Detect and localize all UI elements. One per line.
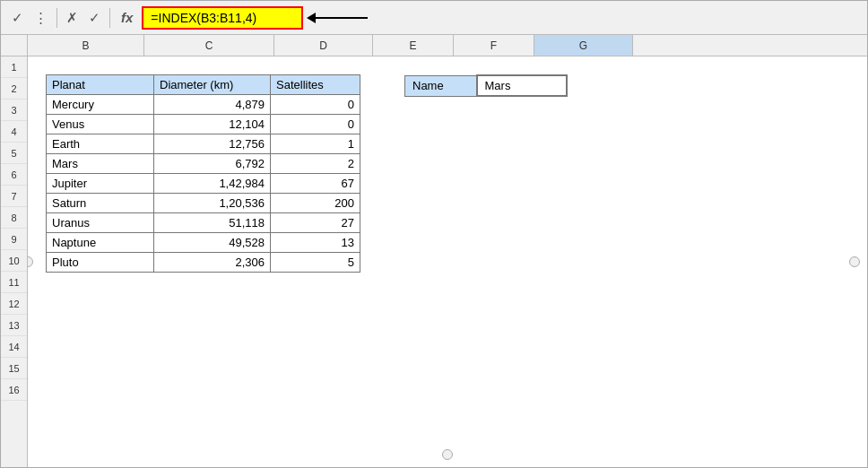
header-planat: Planat (47, 75, 154, 95)
row-num-7: 7 (1, 186, 27, 207)
table-row: Uranus 51,118 27 (47, 213, 360, 233)
row-num-3: 3 (1, 100, 27, 121)
result-value[interactable]: Mars (477, 75, 567, 96)
table-row: Jupiter 1,42,984 67 (47, 174, 360, 194)
planet-name[interactable]: Venus (47, 115, 154, 134)
col-header-F[interactable]: F (454, 35, 534, 56)
row-num-2: 2 (1, 78, 27, 100)
planet-name[interactable]: Saturn (47, 194, 154, 213)
planet-diameter: 12,104 (154, 115, 271, 134)
planet-name[interactable]: Uranus (47, 213, 154, 233)
scroll-handle-left[interactable] (28, 256, 33, 267)
planet-satellites: 2 (271, 154, 360, 174)
fx-label: fx (116, 10, 138, 25)
grid-area: 1 2 3 4 5 6 7 8 9 10 11 12 13 14 15 16 P… (1, 56, 867, 467)
row-numbers: 1 2 3 4 5 6 7 8 9 10 11 12 13 14 15 16 (1, 56, 28, 467)
planet-name[interactable]: Pluto (47, 253, 154, 273)
arrow-line (314, 17, 368, 19)
planet-satellites: 27 (271, 213, 360, 233)
divider2 (109, 8, 110, 28)
checkmark-icon[interactable]: ✓ (8, 10, 27, 26)
planet-diameter: 1,42,984 (154, 174, 271, 194)
table-row: Venus 12,104 0 (47, 115, 360, 134)
row-num-9: 9 (1, 229, 27, 250)
table-row: Pluto 2,306 5 (47, 253, 360, 273)
planet-diameter: 4,879 (154, 95, 271, 115)
table-row: Naptune 49,528 13 (47, 233, 360, 253)
planet-satellites: 5 (271, 253, 360, 273)
table-row: Mercury 4,879 0 (47, 95, 360, 115)
planet-name[interactable]: Naptune (47, 233, 154, 253)
planet-name[interactable]: Mercury (47, 95, 154, 115)
planet-diameter: 2,306 (154, 253, 271, 273)
table-row: Saturn 1,20,536 200 (47, 194, 360, 213)
planet-diameter: 51,118 (154, 213, 271, 233)
row-num-1: 1 (1, 56, 27, 78)
planet-diameter: 49,528 (154, 233, 271, 253)
row-num-5: 5 (1, 143, 27, 164)
planet-satellites: 13 (271, 233, 360, 253)
formula-bar: ✓ ⋮ ✗ ✓ fx =INDEX(B3:B11,4) (1, 1, 867, 35)
col-header-C[interactable]: C (144, 35, 274, 56)
spreadsheet: ✓ ⋮ ✗ ✓ fx =INDEX(B3:B11,4) B C D E F G … (0, 0, 868, 468)
planet-name[interactable]: Jupiter (47, 174, 154, 194)
row-num-11: 11 (1, 272, 27, 293)
row-num-12: 12 (1, 293, 27, 315)
planet-satellites: 1 (271, 134, 360, 154)
planet-satellites: 0 (271, 95, 360, 115)
col-header-D[interactable]: D (274, 35, 373, 56)
more-icon[interactable]: ⋮ (30, 10, 51, 26)
cells-area: Planat Diameter (km) Satellites Mercury … (28, 56, 867, 467)
planet-diameter: 12,756 (154, 134, 271, 154)
formula-input[interactable]: =INDEX(B3:B11,4) (142, 6, 303, 30)
confirm-icon[interactable]: ✓ (85, 10, 104, 26)
divider (56, 8, 57, 28)
cancel-icon[interactable]: ✗ (63, 10, 82, 26)
table-row: Earth 12,756 1 (47, 134, 360, 154)
row-num-10: 10 (1, 250, 27, 272)
col-header-B[interactable]: B (28, 35, 144, 56)
scroll-handle-bottom[interactable] (442, 449, 453, 460)
table-row: Mars 6,792 2 (47, 154, 360, 174)
col-header-G[interactable]: G (534, 35, 633, 56)
planet-diameter: 1,20,536 (154, 194, 271, 213)
header-satellites: Satellites (271, 75, 360, 95)
column-headers: B C D E F G (1, 35, 867, 56)
formula-arrow (314, 17, 368, 19)
planet-diameter: 6,792 (154, 154, 271, 174)
row-num-4: 4 (1, 121, 27, 143)
row-num-6: 6 (1, 164, 27, 186)
planet-name[interactable]: Earth (47, 134, 154, 154)
planet-table: Planat Diameter (km) Satellites Mercury … (46, 74, 360, 273)
scroll-handle-right[interactable] (849, 256, 860, 267)
col-header-E[interactable]: E (373, 35, 454, 56)
row-num-16: 16 (1, 379, 27, 401)
header-diameter: Diameter (km) (154, 75, 271, 95)
row-num-14: 14 (1, 336, 27, 358)
row-num-8: 8 (1, 207, 27, 229)
result-table: Name Mars (404, 74, 568, 97)
corner-cell (1, 35, 28, 56)
planet-name[interactable]: Mars (47, 154, 154, 174)
planet-satellites: 67 (271, 174, 360, 194)
planet-satellites: 200 (271, 194, 360, 213)
result-label: Name (405, 75, 477, 96)
planet-satellites: 0 (271, 115, 360, 134)
row-num-13: 13 (1, 315, 27, 336)
row-num-15: 15 (1, 358, 27, 379)
